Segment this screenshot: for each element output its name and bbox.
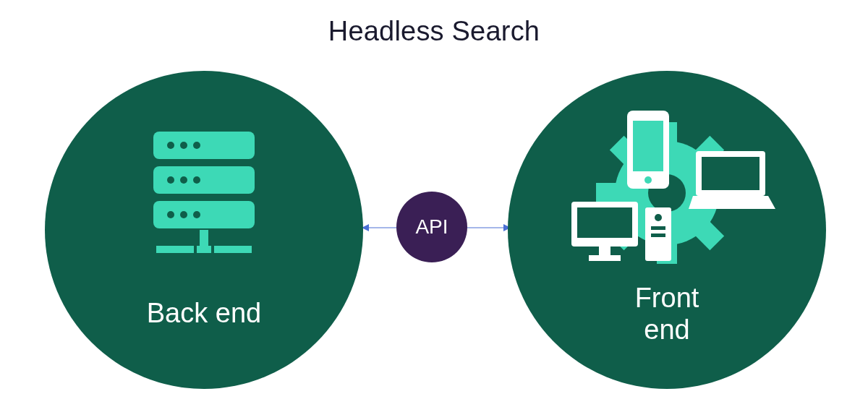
svg-point-11 xyxy=(180,176,187,184)
svg-point-8 xyxy=(180,142,187,149)
svg-point-14 xyxy=(180,211,187,218)
diagram-title: Headless Search xyxy=(0,16,868,47)
connector-left xyxy=(362,221,398,234)
phone-icon xyxy=(627,111,669,189)
desktop-icon xyxy=(571,202,671,261)
svg-point-10 xyxy=(167,176,174,184)
svg-marker-35 xyxy=(689,196,775,209)
svg-rect-42 xyxy=(651,226,665,230)
api-label: API xyxy=(415,215,448,239)
svg-rect-23 xyxy=(596,183,618,203)
svg-rect-31 xyxy=(633,121,663,171)
svg-rect-38 xyxy=(599,247,610,255)
svg-point-15 xyxy=(193,211,200,218)
devices-gear-icon xyxy=(558,108,775,274)
svg-point-32 xyxy=(644,176,652,184)
frontend-label: Front end xyxy=(635,283,699,346)
connector-right xyxy=(466,221,511,234)
svg-rect-18 xyxy=(214,246,252,253)
api-node: API xyxy=(396,192,467,262)
laptop-icon xyxy=(689,151,775,209)
svg-point-7 xyxy=(167,142,174,149)
svg-rect-19 xyxy=(197,246,211,253)
backend-node: Back end xyxy=(45,71,363,389)
svg-point-9 xyxy=(193,142,200,149)
svg-rect-37 xyxy=(577,207,632,238)
svg-point-13 xyxy=(167,211,174,218)
svg-rect-17 xyxy=(156,246,194,253)
svg-rect-43 xyxy=(651,233,665,237)
svg-point-41 xyxy=(655,214,662,221)
server-icon xyxy=(139,124,269,276)
backend-label: Back end xyxy=(147,298,261,330)
svg-rect-39 xyxy=(589,255,621,261)
svg-rect-16 xyxy=(200,230,208,246)
frontend-node: Front end xyxy=(508,71,826,389)
svg-rect-34 xyxy=(702,157,760,190)
svg-point-12 xyxy=(193,176,200,184)
